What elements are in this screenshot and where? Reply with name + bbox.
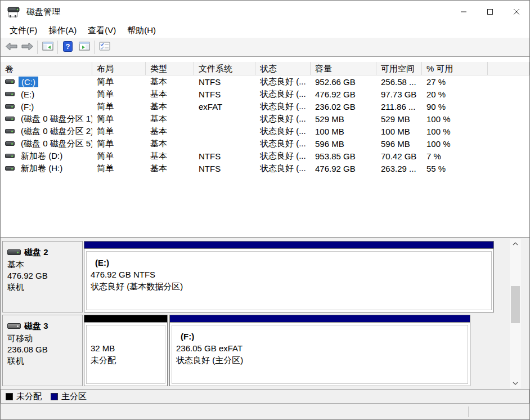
volume-list-pane: 卷 布局 类型 文件系统 状态 容量 可用空间 % 可用 (C:) 简单 基本 … — [1, 57, 529, 237]
volume-row-f[interactable]: (F:) 简单 基本 exFAT 状态良好 (... 236.02 GB 211… — [1, 100, 529, 113]
partition-e[interactable]: (E:) 476.92 GB NTFS 状态良好 (基本数据分区) — [84, 241, 494, 312]
disk3-card[interactable]: 磁盘 3 可移动 236.08 GB 联机 — [2, 315, 83, 386]
volume-name: (E:) — [19, 90, 37, 99]
forward-button[interactable] — [19, 39, 35, 55]
disk2-row: 磁盘 2 基本 476.92 GB 联机 (E:) 476.92 GB NTFS… — [1, 241, 529, 312]
disk2-card[interactable]: 磁盘 2 基本 476.92 GB 联机 — [2, 241, 83, 312]
svg-text:?: ? — [66, 42, 70, 51]
disk-drive-icon — [5, 141, 15, 146]
disk-size: 236.08 GB — [7, 344, 82, 355]
status-bar-divider — [468, 406, 469, 417]
menu-file[interactable]: 文件(F) — [4, 24, 43, 37]
volume-status: 状态良好 (... — [255, 138, 311, 149]
volume-row-disk0-part2[interactable]: (磁盘 0 磁盘分区 2) 简单 基本 状态良好 (... 100 MB 100… — [1, 125, 529, 137]
partition-size: 476.92 GB NTFS — [91, 269, 491, 280]
column-header-freespace[interactable]: 可用空间 — [376, 62, 422, 75]
scroll-down-button[interactable] — [510, 378, 521, 388]
volume-layout: 简单 — [92, 89, 146, 100]
disk-kind: 基本 — [7, 259, 82, 270]
partition-status: 状态良好 (主分区) — [176, 354, 468, 366]
volume-filesystem: exFAT — [194, 102, 255, 111]
volume-name: (磁盘 0 磁盘分区 2) — [19, 126, 92, 137]
volume-filesystem: NTFS — [194, 151, 255, 161]
volume-type: 基本 — [146, 151, 194, 162]
volume-type: 基本 — [146, 163, 194, 174]
volume-percentfree: 55 % — [422, 164, 488, 173]
volume-percentfree: 100 % — [422, 139, 488, 149]
volume-freespace: 256.58 ... — [376, 77, 422, 87]
volume-type: 基本 — [146, 101, 194, 112]
window-title: 磁盘管理 — [26, 7, 60, 17]
volume-row-h[interactable]: 新加卷 (H:) 简单 基本 NTFS 状态良好 (... 476.92 GB … — [1, 162, 529, 175]
volume-row-disk0-part1[interactable]: (磁盘 0 磁盘分区 1) 简单 基本 状态良好 (... 529 MB 529… — [1, 113, 529, 125]
scrollbar-thumb[interactable] — [511, 286, 520, 323]
volume-layout: 简单 — [92, 138, 146, 149]
column-header-layout[interactable]: 布局 — [92, 62, 146, 75]
column-header-percentfree[interactable]: % 可用 — [422, 62, 488, 75]
volume-row-d[interactable]: 新加卷 (D:) 简单 基本 NTFS 状态良好 (... 953.85 GB … — [1, 150, 529, 162]
volume-percentfree: 90 % — [422, 102, 488, 111]
disk-drive-icon — [5, 129, 15, 133]
column-header-type[interactable]: 类型 — [146, 62, 194, 75]
column-header-volume[interactable]: 卷 — [1, 62, 92, 75]
disk-management-window: 磁盘管理 文件(F) 操作(A) 查看(V) 帮助(H) — [0, 0, 530, 420]
vertical-scrollbar[interactable] — [510, 239, 521, 388]
partition-status: 未分配 — [91, 354, 165, 366]
volume-type: 基本 — [146, 89, 194, 100]
volume-status: 状态良好 (... — [255, 163, 311, 174]
show-action-pane-icon — [79, 42, 90, 52]
volume-row-disk0-part5[interactable]: (磁盘 0 磁盘分区 5) 简单 基本 状态良好 (... 596 MB 596… — [1, 137, 529, 150]
back-button[interactable] — [3, 39, 19, 55]
volume-name: (C:) — [19, 77, 38, 87]
primary-partition-swatch — [51, 393, 58, 400]
show-action-pane-button[interactable] — [76, 39, 92, 55]
menu-view[interactable]: 查看(V) — [82, 24, 122, 37]
volume-freespace: 596 MB — [376, 139, 422, 149]
menu-action[interactable]: 操作(A) — [43, 24, 82, 37]
partition-unallocated[interactable]: 32 MB 未分配 — [84, 315, 168, 386]
partition-label: (F:) — [176, 330, 468, 342]
graphical-view: 磁盘 2 基本 476.92 GB 联机 (E:) 476.92 GB NTFS… — [1, 237, 529, 389]
volume-row-c[interactable]: (C:) 简单 基本 NTFS 状态良好 (... 952.66 GB 256.… — [1, 75, 529, 88]
title-bar: 磁盘管理 — [1, 1, 529, 23]
legend-item-primary: 主分区 — [51, 391, 87, 402]
legend-item-unallocated: 未分配 — [6, 391, 42, 402]
scroll-up-button[interactable] — [510, 239, 521, 249]
maximize-button[interactable] — [477, 1, 503, 23]
help-button[interactable]: ? — [60, 39, 76, 55]
disk-name: 磁盘 3 — [24, 320, 48, 332]
volume-status: 状态良好 (... — [255, 89, 311, 100]
chevron-up-icon — [513, 242, 518, 245]
volume-filesystem: NTFS — [194, 164, 255, 173]
disk-drive-icon — [5, 104, 15, 109]
disk-name: 磁盘 2 — [24, 247, 48, 258]
volume-capacity: 476.92 GB — [311, 90, 376, 99]
forward-arrow-icon — [21, 42, 34, 52]
volume-row-e[interactable]: (E:) 简单 基本 NTFS 状态良好 (... 476.92 GB 97.7… — [1, 88, 529, 100]
disk-status: 联机 — [7, 355, 82, 367]
volume-layout: 简单 — [92, 126, 146, 137]
column-header-filesystem[interactable]: 文件系统 — [194, 62, 255, 75]
partition-f[interactable]: (F:) 236.05 GB exFAT 状态良好 (主分区) — [169, 315, 470, 386]
volume-percentfree: 7 % — [422, 151, 488, 161]
volume-freespace: 263.29 ... — [376, 164, 422, 173]
close-button[interactable] — [503, 1, 529, 23]
minimize-button[interactable] — [450, 1, 477, 23]
column-header-capacity[interactable]: 容量 — [311, 62, 376, 75]
volume-percentfree: 20 % — [422, 90, 488, 99]
properties-list-button[interactable] — [96, 39, 113, 55]
disk3-row: 磁盘 3 可移动 236.08 GB 联机 32 MB 未分配 (F:) 236… — [1, 315, 529, 386]
menu-help[interactable]: 帮助(H) — [122, 24, 161, 37]
volume-freespace: 97.73 GB — [376, 90, 422, 99]
removable-disk-icon — [7, 323, 21, 329]
volume-freespace: 70.42 GB — [376, 151, 422, 161]
volume-freespace: 211.86 ... — [376, 102, 422, 111]
partition-color-bar — [170, 315, 470, 323]
disk-drive-icon — [5, 166, 15, 171]
column-header-status[interactable]: 状态 — [255, 62, 311, 75]
volume-freespace: 100 MB — [376, 127, 422, 136]
show-console-tree-button[interactable] — [39, 39, 56, 55]
volume-layout: 简单 — [92, 151, 146, 162]
disk-status: 联机 — [7, 282, 82, 293]
volume-layout: 简单 — [92, 77, 146, 87]
